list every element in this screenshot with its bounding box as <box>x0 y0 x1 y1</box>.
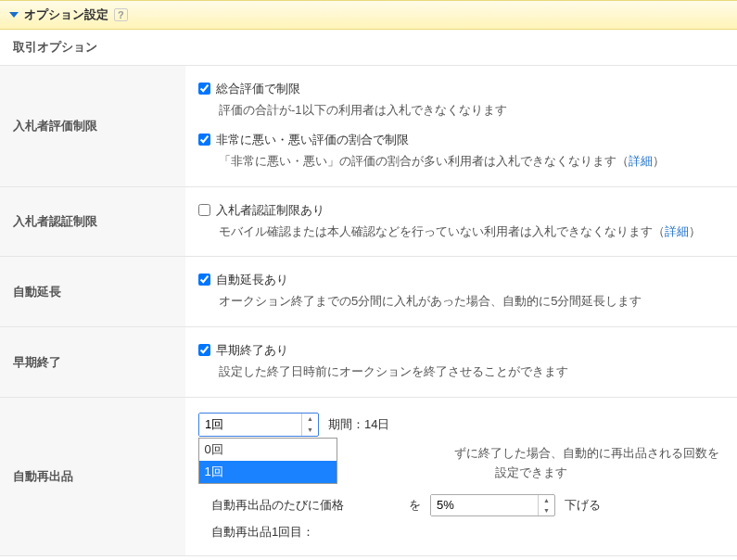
pct-stepper-up-icon[interactable]: ▲ <box>539 495 554 505</box>
price-row-pre: 自動再出品のたびに価格 <box>211 497 344 514</box>
relist-count-dropdown: 0回 1回 <box>198 438 337 484</box>
cb-bad-ratio[interactable] <box>198 134 210 146</box>
label-bidder-rating: 入札者評価制限 <box>0 66 185 186</box>
stepper-down-icon[interactable]: ▼ <box>302 425 318 436</box>
options-table: 入札者評価制限 総合評価で制限 評価の合計が-1以下の利用者は入札できなくなりま… <box>0 66 737 556</box>
pct-stepper-buttons: ▲ ▼ <box>538 495 554 515</box>
row-bidder-rating: 入札者評価制限 総合評価で制限 評価の合計が-1以下の利用者は入札できなくなりま… <box>0 66 737 186</box>
first-time-label: 自動再出品1回目： <box>211 524 724 541</box>
desc-bidder-auth: モバイル確認または本人確認などを行っていない利用者は入札できなくなります（詳細） <box>198 223 724 242</box>
price-row-post: 下げる <box>565 497 601 514</box>
desc-bidder-auth-post: ） <box>689 224 701 238</box>
desc-bad-ratio: 「非常に悪い・悪い」の評価の割合が多い利用者は入札できなくなります（詳細） <box>198 152 724 172</box>
pct-stepper[interactable]: ▲ ▼ <box>430 494 555 516</box>
row-auto-extend: 自動延長 自動延長あり オークション終了までの5分間に入札があった場合、自動的に… <box>0 257 737 327</box>
cell-auto-relist: ▲ ▼ 0回 1回 期間：14日 ________________ずに終了した場… <box>185 397 737 555</box>
dropdown-opt-0[interactable]: 0回 <box>199 439 337 461</box>
link-detail-1[interactable]: 詳細 <box>629 154 653 168</box>
cell-auto-extend: 自動延長あり オークション終了までの5分間に入札があった場合、自動的に5分間延長… <box>185 257 737 327</box>
stepper-buttons: ▲ ▼ <box>301 414 318 436</box>
row-bidder-auth: 入札者認証制限 入札者認証制限あり モバイル確認または本人確認などを行っていない… <box>0 186 737 257</box>
period-label: 期間：14日 <box>328 416 389 433</box>
help-icon[interactable]: ? <box>114 8 128 21</box>
desc-bad-ratio-post: ） <box>653 154 665 168</box>
label-early-end: 早期終了 <box>0 327 185 398</box>
dropdown-opt-1[interactable]: 1回 <box>199 461 337 483</box>
cb-early-end[interactable] <box>198 344 210 356</box>
relist-count-input[interactable] <box>199 414 301 436</box>
cb-bidder-auth[interactable] <box>198 204 210 216</box>
cell-bidder-auth: 入札者認証制限あり モバイル確認または本人確認などを行っていない利用者は入札でき… <box>185 186 737 257</box>
cb-auto-extend[interactable] <box>198 274 210 286</box>
relist-count-stepper[interactable]: ▲ ▼ 0回 1回 <box>198 413 319 437</box>
cb-bad-ratio-label: 非常に悪い・悪い評価の割合で制限 <box>216 132 409 148</box>
desc-bidder-auth-pre: モバイル確認または本人確認などを行っていない利用者は入札できなくなります（ <box>219 224 665 238</box>
section-title: 取引オプション <box>0 30 737 66</box>
cb-bidder-auth-label: 入札者認証制限あり <box>216 202 324 219</box>
panel-header[interactable]: オプション設定 ? <box>0 0 737 30</box>
desc-bad-ratio-pre: 「非常に悪い・悪い」の評価の割合が多い利用者は入札できなくなります（ <box>219 154 629 168</box>
relist-desc-tail: ずに終了した場合、自動的に再出品される回数を設定できます <box>454 446 719 479</box>
row-early-end: 早期終了 早期終了あり 設定した終了日時前にオークションを終了させることができま… <box>0 327 737 398</box>
cell-early-end: 早期終了あり 設定した終了日時前にオークションを終了させることができます <box>185 327 737 398</box>
price-row-mid: を <box>409 497 421 514</box>
cb-early-end-label: 早期終了あり <box>216 342 288 359</box>
label-bidder-auth: 入札者認証制限 <box>0 186 185 257</box>
label-auto-extend: 自動延長 <box>0 257 185 327</box>
cb-total-rating-label: 総合評価で制限 <box>216 81 300 97</box>
pct-input[interactable] <box>431 495 538 515</box>
cell-bidder-rating: 総合評価で制限 評価の合計が-1以下の利用者は入札できなくなります 非常に悪い・… <box>185 66 737 186</box>
label-auto-relist: 自動再出品 <box>0 397 185 555</box>
caret-down-icon <box>9 12 19 18</box>
desc-total-rating: 評価の合計が-1以下の利用者は入札できなくなります <box>198 101 724 121</box>
panel-title: オプション設定 <box>24 6 108 23</box>
row-auto-relist: 自動再出品 ▲ ▼ 0回 1回 期間：14日 ______________ <box>0 397 737 555</box>
cb-total-rating[interactable] <box>198 83 210 95</box>
desc-auto-extend: オークション終了までの5分間に入札があった場合、自動的に5分間延長します <box>198 292 724 312</box>
pct-stepper-down-icon[interactable]: ▼ <box>539 505 554 515</box>
desc-early-end: 設定した終了日時前にオークションを終了させることができます <box>198 363 724 382</box>
cb-auto-extend-label: 自動延長あり <box>216 272 288 288</box>
link-detail-2[interactable]: 詳細 <box>665 224 689 238</box>
stepper-up-icon[interactable]: ▲ <box>302 414 318 425</box>
